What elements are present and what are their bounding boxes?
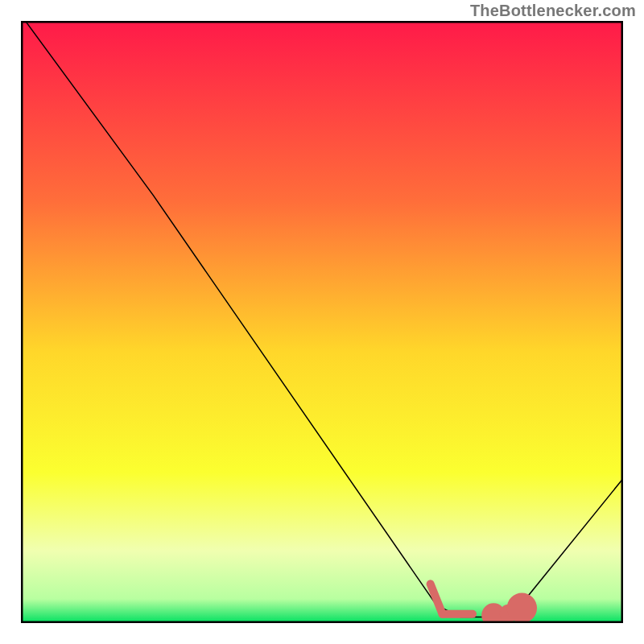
- watermark-text: TheBottlenecker.com: [470, 2, 636, 20]
- bottleneck-chart: [21, 21, 623, 623]
- marker-dot: [507, 593, 537, 623]
- gradient-background: [21, 21, 623, 623]
- chart-svg: [21, 21, 623, 623]
